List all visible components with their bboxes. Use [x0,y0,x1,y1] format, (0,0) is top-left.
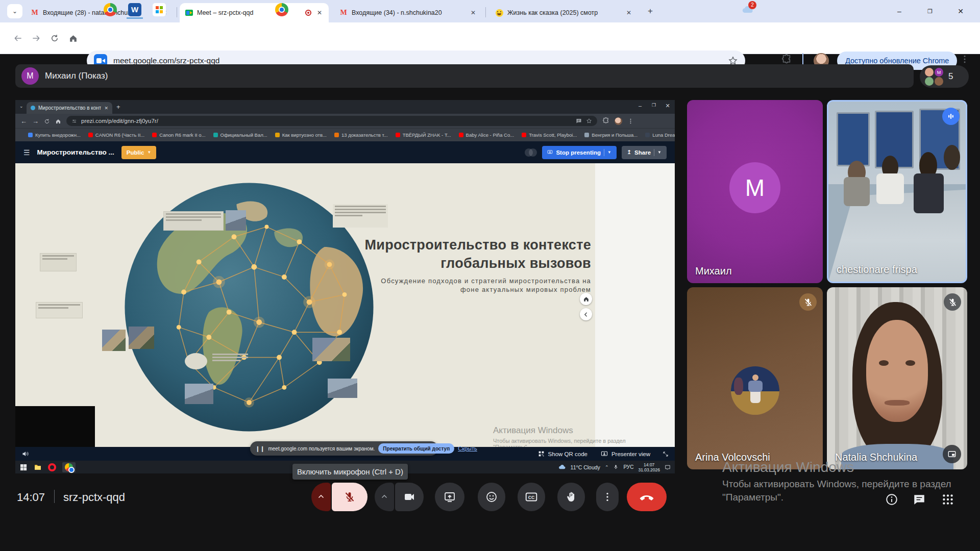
end-call-button[interactable] [627,483,667,511]
camera-toggle-button[interactable] [395,483,424,511]
inner-new-tab-button[interactable]: + [116,103,120,111]
bookmark-item[interactable]: Canon R6 mark II о... [152,132,205,138]
raise-hand-button[interactable] [557,483,585,511]
bookmark-item[interactable]: Baby Alice - Piña Co... [459,132,514,138]
inner-weather-label[interactable]: 11°C Cloudy [571,464,600,470]
prezi-back-button[interactable] [580,308,592,320]
bookmark-item[interactable]: Luna Dream Machi... [645,132,675,138]
captions-button[interactable] [518,483,545,511]
inner-star-icon[interactable] [586,118,592,124]
show-qr-label: Show QR code [548,451,587,457]
meeting-details-button[interactable] [885,493,898,506]
tab-gmail-1[interactable]: M Входящие (28) - nataliashchuki ✕ [26,3,174,22]
pip-button[interactable] [943,445,961,463]
show-qr-button[interactable]: Show QR code [538,450,587,457]
inner-tab[interactable]: Миростроительство в контек ✕ [27,102,112,114]
translate-icon[interactable] [576,118,582,124]
mic-options-button[interactable] [311,483,331,511]
inner-language-label[interactable]: РУС [623,464,633,470]
inner-weather-icon[interactable] [558,463,566,471]
stop-presenting-button[interactable]: Stop presenting ▼ [542,146,616,159]
share-button[interactable]: ↥ Share ▼ [622,146,667,159]
inner-tab-close-icon[interactable]: ✕ [104,106,108,111]
participants-pill[interactable]: M 5 [920,65,969,88]
inner-close-icon[interactable]: ✕ [664,103,672,109]
present-button[interactable] [435,483,464,511]
inner-back-icon[interactable]: ← [20,117,27,125]
bookmark-item[interactable]: 13 доказательств т... [334,132,388,138]
inner-opera-icon[interactable] [48,463,56,471]
forward-icon[interactable] [30,32,43,45]
bookmark-item[interactable]: ТВЁРДЫЙ ZHAK - Т... [396,132,451,138]
inner-address-bar[interactable]: prezi.com/p/edit/gnn-zfj0yu7r/ [66,116,597,126]
tile-avatar: M [729,162,780,213]
new-tab-button[interactable]: + [644,5,656,17]
weather-widget[interactable]: 2 [740,4,755,16]
inner-mic-icon[interactable] [613,464,619,470]
pause-icon[interactable]: ❙❙ [255,445,264,452]
inner-start-icon[interactable] [19,463,28,471]
mic-toggle-button[interactable] [332,483,368,511]
tab-search-button[interactable]: ⌄ [7,4,22,18]
inner-home-icon[interactable] [55,117,61,125]
inner-tab-search-icon[interactable]: ⌄ [19,104,23,109]
inner-tray-chevron-icon[interactable]: ⌃ [605,465,609,470]
bookmark-item[interactable]: CANON R6 (Часть II... [88,132,144,138]
bookmark-label: Luna Dream Machi... [652,132,675,138]
tab-close-icon[interactable]: ✕ [625,9,633,17]
inner-menu-icon[interactable] [627,118,634,124]
window-close-button[interactable]: ✕ [955,6,966,16]
site-settings-icon[interactable] [71,118,77,124]
word-icon[interactable]: W [122,0,147,19]
tile-chestionare-frispa[interactable]: chestionare frispa [827,100,967,283]
present-icon [547,149,553,155]
bookmark-item[interactable]: Официальный Вал... [213,132,267,138]
prezi-public-button[interactable]: Public▼ [121,146,156,159]
extensions-icon[interactable] [781,54,792,65]
tile-natalia-shchukina[interactable]: Natalia Shchukina [827,287,967,469]
bookmark-item[interactable]: Купить внедорожн... [28,132,81,138]
fullscreen-icon[interactable] [663,451,669,457]
inner-chrome-icon[interactable] [62,462,76,472]
tab-meet-active[interactable]: Meet – srz-pctx-qqd ✕ [180,3,329,22]
inner-minimize-icon[interactable]: – [636,103,644,109]
activities-button[interactable] [941,493,954,506]
inner-notification-icon[interactable] [665,464,671,470]
inner-maximize-icon[interactable]: ❐ [650,103,658,108]
home-icon[interactable] [66,32,80,45]
inner-explorer-icon[interactable] [34,463,42,471]
tile-arina-volcovschi[interactable]: Arina Volcovschi [687,287,823,469]
reload-icon[interactable] [48,32,61,45]
presenter-view-button[interactable]: Presenter view [601,450,650,458]
prezi-home-button[interactable] [580,293,592,305]
bookmark-item[interactable]: Венгрия и Польша... [584,132,638,138]
bookmark-item[interactable]: Travis Scott, Playboi... [522,132,577,138]
browser-toolbar: meet.google.com/srz-pctx-qqd Доступно об… [0,22,980,54]
speaker-icon[interactable] [21,450,29,458]
window-maximize-button[interactable]: ❐ [925,6,935,16]
window-minimize-button[interactable]: – [894,6,904,16]
prezi-menu-icon[interactable]: ☰ [23,148,30,157]
stop-sharing-button[interactable]: Прекратить общий доступ [378,443,454,454]
video-face [866,320,928,422]
inner-extensions-icon[interactable] [602,117,609,124]
tab-gmail-2[interactable]: M Входящие (34) - n.shchukina20 ✕ [334,3,482,22]
inner-url-text[interactable]: prezi.com/p/edit/gnn-zfj0yu7r/ [81,118,572,124]
reactions-button[interactable] [478,483,505,511]
hide-notice-link[interactable]: Скрыть [458,445,477,452]
back-icon[interactable] [11,32,24,45]
slide-thumbnail [129,327,154,349]
chat-button[interactable] [913,493,926,506]
tab-close-icon[interactable]: ✕ [315,9,324,17]
bookmark-item[interactable]: Как виртуозно отв... [275,132,327,138]
inner-forward-icon[interactable]: → [32,117,39,125]
tab-close-icon[interactable]: ✕ [469,9,477,17]
inner-profile-avatar[interactable] [615,117,622,125]
tab-movie[interactable]: Жизнь как сказка (2025) смотр ✕ [490,3,638,22]
camera-options-button[interactable] [375,483,394,511]
browser-menu-icon[interactable] [960,54,970,64]
inner-reload-icon[interactable] [44,117,50,125]
inner-clock[interactable]: 14:07 31.03.2026 [638,462,660,472]
tile-mikhail[interactable]: M Михаил [687,100,823,283]
more-options-button[interactable] [596,483,619,511]
